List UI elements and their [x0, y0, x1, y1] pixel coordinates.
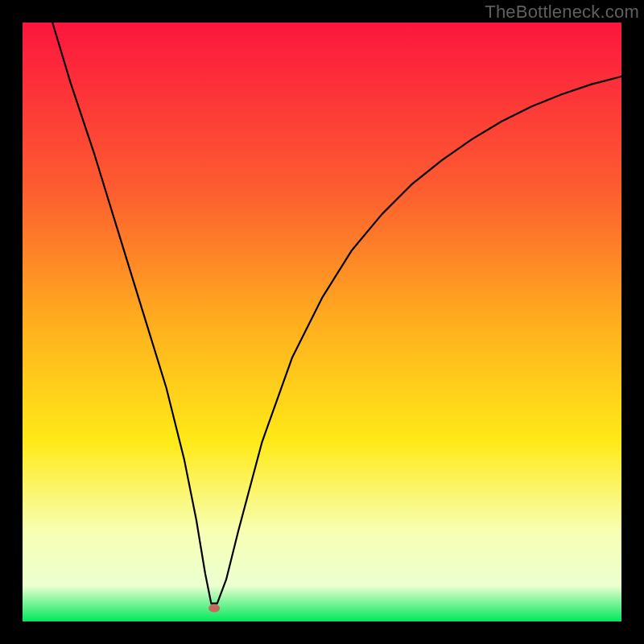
- watermark-text: TheBottleneck.com: [485, 2, 639, 23]
- bottleneck-chart: [0, 0, 644, 644]
- chart-frame: TheBottleneck.com: [0, 0, 644, 644]
- plot-area: [23, 23, 621, 621]
- optimal-point: [208, 605, 220, 613]
- optimal-point-marker: [208, 605, 220, 613]
